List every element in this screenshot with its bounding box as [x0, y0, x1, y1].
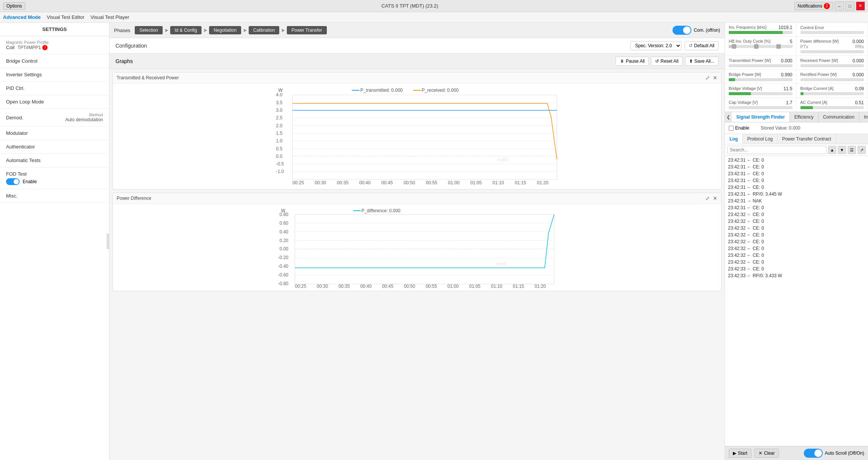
metric-ac-current: AC Current [A] 0.51 — [797, 98, 868, 112]
sidebar-item-open-loop-mode[interactable]: Open Loop Mode — [0, 95, 109, 109]
close-button[interactable]: ✕ — [856, 2, 865, 11]
svg-text:0.00: 0.00 — [280, 246, 289, 252]
log-line: 23:42:32 ← CE: 0 — [728, 232, 865, 238]
phase-arrow-4: ➤ — [281, 27, 285, 33]
svg-text:0.5: 0.5 — [276, 146, 282, 151]
enable-checkbox[interactable] — [729, 126, 734, 131]
tabs-scroll-left[interactable]: ❮ — [725, 112, 732, 122]
log-search-up[interactable]: ▲ — [828, 146, 836, 154]
log-line: 23:42:31 ← CE: 0 — [728, 204, 865, 211]
svg-text:P_difference: 0.000: P_difference: 0.000 — [362, 208, 401, 213]
notifications-button[interactable]: Notifications 2 — [794, 2, 833, 10]
svg-text:0.0: 0.0 — [276, 154, 282, 159]
phase-power-transfer[interactable]: Power Transfer — [287, 26, 326, 34]
sidebar-item-bridge-control[interactable]: Bridge Control — [0, 54, 109, 68]
chart1-header: Transmitted & Received Power ⤢ ✕ — [113, 73, 721, 83]
sidebar-item-demod[interactable]: Demod. Method Auto demodulation — [0, 109, 109, 127]
chart2-area: W P_difference: 0.000 — [113, 204, 721, 291]
log-tab-log[interactable]: Log — [725, 134, 743, 144]
clear-button[interactable]: ✕ Clear — [754, 449, 779, 458]
options-button[interactable]: Options — [3, 2, 25, 10]
svg-text:00:35: 00:35 — [337, 180, 349, 185]
pause-all-button[interactable]: ⏸ Pause All — [616, 57, 649, 66]
expand-icon-2[interactable]: ⤢ — [705, 195, 710, 201]
sidebar-item-authenticator[interactable]: Authenticator — [0, 140, 109, 154]
svg-text:01:15: 01:15 — [515, 180, 526, 185]
metric-bridge-current: Bridge Current [A] 0.09 — [797, 84, 868, 98]
signal-finder-content: Enable Stored Value: 0.000 — [725, 122, 868, 134]
log-tab-power-transfer[interactable]: Power Transfer Contract — [777, 134, 836, 144]
metrics-grid: Inv. Frequency [kHz] 1019.1 Control Erro… — [725, 23, 868, 112]
phase-arrow-2: ➤ — [203, 27, 208, 33]
log-search-down[interactable]: ▼ — [838, 146, 846, 154]
maximize-button[interactable]: □ — [845, 2, 854, 11]
phase-selection[interactable]: Selection — [135, 26, 162, 34]
sidebar-item-fod-test[interactable]: FOD Test Enable — [0, 167, 109, 189]
svg-text:01:00: 01:00 — [448, 284, 459, 288]
stored-value: Stored Value: 0.000 — [760, 125, 800, 131]
svg-text:01:10: 01:10 — [491, 284, 502, 288]
com-toggle[interactable] — [673, 26, 691, 35]
sidebar-item-modulator[interactable]: Modulator — [0, 127, 109, 140]
default-all-button[interactable]: ↺ Default All — [685, 41, 719, 50]
svg-text:01:00: 01:00 — [448, 180, 460, 185]
start-button[interactable]: ▶ Start — [729, 449, 751, 458]
menu-visual-test-player[interactable]: Visual Test Player — [91, 14, 129, 20]
log-footer: ▶ Start ✕ Clear Auto Scroll (Off/On) — [725, 446, 868, 460]
autoscroll-toggle[interactable] — [804, 449, 823, 458]
expand-icon-1[interactable]: ⤢ — [705, 75, 710, 81]
log-list-view[interactable]: ☰ — [848, 146, 856, 154]
tab-efficiency[interactable]: Efficiency — [790, 112, 819, 122]
chart1-svg: W P_transmitted: 0.000 P_received: 0.000 — [116, 86, 718, 186]
chart2-svg: W P_difference: 0.000 — [116, 207, 718, 288]
fod-test-toggle[interactable] — [6, 178, 20, 185]
phases-bar: Phases Selection ➤ Id & Config ➤ Negotia… — [109, 23, 725, 38]
log-line: 23:42:31 ← CE: 0 — [728, 157, 865, 164]
phase-negotiation[interactable]: Negotiation — [209, 26, 241, 34]
metric-control-error: Control Error — [797, 23, 868, 37]
sidebar-item-coil[interactable]: Magnetic Power Profile Coil TPT#MPP1 ! — [0, 36, 109, 54]
metric-bridge-power: Bridge Power [W] 0.990 — [725, 70, 797, 84]
metric-rectified-power: Rectified Power [W] 0.000 — [797, 70, 868, 84]
sidebar-item-inverter-settings[interactable]: Inverter Settings — [0, 68, 109, 82]
close-icon-1[interactable]: ✕ — [713, 75, 717, 81]
log-search-bar: ▲ ▼ ☰ ↗ — [725, 144, 868, 156]
config-label: Configuration — [115, 43, 147, 49]
sidebar-item-pid-ctrl[interactable]: PID Ctrl. — [0, 82, 109, 95]
menu-advanced-mode[interactable]: Advanced Mode — [3, 14, 41, 20]
close-icon-2[interactable]: ✕ — [713, 195, 717, 201]
log-export[interactable]: ↗ — [857, 146, 866, 154]
log-line: 23:42:31 → NAK — [728, 198, 865, 204]
sidebar-collapse-arrow[interactable]: ❮ — [107, 234, 109, 249]
svg-text:00:30: 00:30 — [315, 180, 326, 185]
svg-text:01:20: 01:20 — [537, 180, 549, 185]
log-line: 23:42:32 ← CE: 0 — [728, 259, 865, 266]
tab-signal-strength-finder[interactable]: Signal Strength Finder — [732, 112, 790, 122]
tab-impedance-measurement[interactable]: Impedance Measurem. — [859, 112, 868, 122]
spec-version-select[interactable]: Spec. Version: 2.0 — [630, 41, 682, 50]
autoscroll-container: Auto Scroll (Off/On) — [804, 449, 864, 458]
log-line: 23:42:31 ← CE: 0 — [728, 184, 865, 191]
menu-visual-test-editor[interactable]: Visual Test Editor — [47, 14, 85, 20]
enable-checkbox-container[interactable]: Enable — [729, 125, 749, 131]
sidebar: SETTINGS Magnetic Power Profile Coil TPT… — [0, 23, 109, 460]
metric-power-difference: Power difference [W] 0.000 PTx PRx — [797, 37, 868, 56]
enable-label: Enable — [735, 125, 749, 131]
log-tab-protocol[interactable]: Protocol Log — [743, 134, 777, 144]
svg-text:01:15: 01:15 — [513, 284, 524, 288]
minimize-button[interactable]: – — [835, 2, 844, 11]
reset-all-button[interactable]: ↺ Reset All — [651, 57, 682, 66]
log-search-input[interactable] — [727, 146, 826, 154]
phase-id-config[interactable]: Id & Config — [170, 26, 202, 34]
sidebar-item-misc[interactable]: Misc. — [0, 189, 109, 203]
svg-text:2.5: 2.5 — [276, 115, 282, 120]
sidebar-item-automatic-tests[interactable]: Automatic Tests — [0, 154, 109, 167]
phase-calibration[interactable]: Calibration — [249, 26, 279, 34]
svg-text:01:10: 01:10 — [492, 180, 504, 185]
tab-communication[interactable]: Communication — [819, 112, 859, 122]
svg-text:0.60: 0.60 — [280, 221, 289, 226]
save-all-button[interactable]: ⬆ Save All... — [685, 57, 719, 66]
svg-text:nok9: nok9 — [496, 261, 506, 266]
svg-text:1.5: 1.5 — [276, 131, 282, 136]
coil-label: Coil — [6, 45, 14, 50]
